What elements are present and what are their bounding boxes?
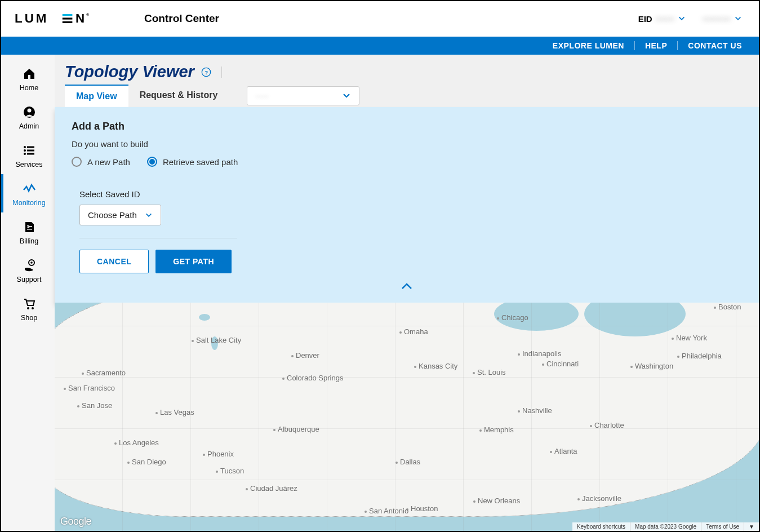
radio-label: Retrieve saved path (163, 157, 238, 167)
svg-text:N: N (75, 11, 87, 25)
sidebar-item-billing[interactable]: $ Billing (1, 212, 55, 251)
map[interactable]: BostonChicagoOmahaNew YorkSalt Lake City… (55, 303, 759, 531)
panel-heading: Add a Path (72, 121, 742, 132)
activity-icon (23, 182, 36, 196)
map-city-label: Boston (714, 303, 741, 311)
divider (79, 238, 237, 238)
map-city-label: Salt Lake City (192, 336, 241, 344)
content: Topology Viewer ? Map View Request & His… (55, 55, 759, 531)
eid-value: ········ (656, 14, 674, 24)
map-city-label: San Antonio (365, 507, 408, 515)
account-value: ······ (255, 91, 268, 100)
map-city-label: Cincinnati (542, 360, 579, 368)
radio-new-path[interactable]: A new Path (72, 157, 130, 167)
page-header: Topology Viewer ? Map View Request & His… (55, 55, 759, 107)
nav-contact[interactable]: CONTACT US (678, 41, 742, 50)
map-city-label: Sacramento (82, 369, 126, 377)
eid-label: EID (638, 14, 652, 24)
list-icon (23, 144, 36, 157)
user-selector[interactable]: ············ (703, 14, 742, 24)
nav-help[interactable]: HELP (635, 41, 678, 50)
collapse-panel[interactable] (72, 279, 742, 297)
map-city-label: Kansas City (414, 362, 457, 370)
radio-circle-icon (72, 157, 82, 167)
eid-selector[interactable]: EID ········ (638, 14, 686, 24)
map-city-label: San Jose (77, 401, 112, 410)
map-city-label: Omaha (399, 327, 428, 336)
chevron-down-icon (734, 15, 742, 23)
svg-rect-3 (63, 21, 73, 23)
svg-point-9 (24, 146, 26, 148)
map-city-label: Albuquerque (273, 425, 319, 433)
map-city-label: Houston (406, 504, 438, 513)
sidebar-item-support[interactable]: Support (1, 251, 55, 289)
user-name: ············ (703, 14, 731, 24)
radio-row: A new Path Retrieve saved path (72, 157, 742, 167)
map-city-label: Tucson (216, 467, 244, 475)
sidebar-item-home[interactable]: Home (1, 59, 55, 97)
map-footer: Keyboard shortcuts Map data ©2023 Google… (572, 522, 759, 531)
map-city-label: New York (672, 334, 707, 342)
header-left: LUM N R Control Center (15, 11, 219, 26)
cancel-button[interactable]: CANCEL (79, 250, 149, 273)
page-title: Topology Viewer (65, 63, 194, 81)
svg-rect-17 (27, 229, 32, 230)
lumen-logo[interactable]: LUM N R (15, 11, 105, 26)
svg-point-21 (32, 307, 34, 309)
chevron-down-icon (145, 211, 153, 219)
radio-label: A new Path (87, 157, 130, 167)
tab-map-view[interactable]: Map View (65, 85, 128, 107)
map-city-label: Dallas (395, 458, 420, 466)
select-value: Choose Path (88, 210, 137, 220)
svg-text:?: ? (205, 69, 208, 75)
map-city-label: Chicago (497, 313, 528, 322)
get-path-button[interactable]: GET PATH (155, 250, 232, 273)
tab-request-history[interactable]: Request & History (128, 85, 229, 107)
map-city-label: Philadelphia (677, 352, 722, 360)
sidebar-item-admin[interactable]: Admin (1, 97, 55, 136)
tabs: Map View Request & History (65, 85, 229, 107)
svg-rect-12 (27, 150, 34, 152)
map-city-label: Atlanta (550, 447, 577, 455)
sidebar-item-label: Services (16, 161, 43, 169)
sidebar-item-label: Shop (21, 314, 37, 322)
nav-explore[interactable]: EXPLORE LUMEN (543, 41, 635, 50)
svg-text:R: R (87, 14, 91, 16)
svg-point-11 (24, 149, 26, 152)
sidebar-item-services[interactable]: Services (1, 136, 55, 174)
user-circle-icon (23, 105, 36, 119)
svg-rect-14 (27, 153, 34, 155)
sidebar-item-label: Monitoring (12, 199, 45, 207)
sidebar: Home Admin Services Monitoring $ Billing… (1, 55, 55, 531)
select-label: Select Saved ID (79, 189, 742, 199)
map-terms[interactable]: Terms of Use (701, 522, 744, 531)
help-icon[interactable]: ? (201, 67, 211, 77)
support-icon (23, 259, 36, 272)
chevron-down-icon (342, 91, 351, 100)
map-city-label: Memphis (479, 425, 514, 434)
sidebar-item-label: Support (17, 276, 42, 283)
map-city-label: Washington (630, 362, 673, 370)
svg-rect-16 (29, 226, 32, 227)
map-shortcuts[interactable]: Keyboard shortcuts (572, 522, 630, 531)
map-city-label: St. Louis (473, 368, 506, 376)
radio-retrieve-saved[interactable]: Retrieve saved path (147, 157, 238, 167)
tabs-row: Map View Request & History ······ (65, 85, 759, 107)
sidebar-item-label: Admin (19, 122, 39, 130)
svg-rect-10 (27, 147, 34, 148)
map-data: Map data ©2023 Google (630, 522, 701, 531)
map-report[interactable]: ▼ (744, 522, 759, 531)
brand-text: Control Center (144, 12, 219, 25)
map-city-label: Charlotte (590, 421, 624, 429)
map-city-label: Los Angeles (114, 438, 159, 447)
header: LUM N R Control Center EID ········ ····… (1, 1, 759, 37)
sidebar-item-monitoring[interactable]: Monitoring (1, 174, 55, 212)
sidebar-item-shop[interactable]: Shop (1, 289, 55, 327)
svg-point-20 (27, 307, 29, 309)
radio-circle-icon (147, 157, 157, 167)
svg-point-19 (30, 261, 33, 264)
title-separator (221, 66, 222, 78)
select-saved-path[interactable]: Choose Path (79, 205, 161, 225)
home-icon (23, 67, 36, 81)
account-dropdown[interactable]: ······ (247, 86, 359, 105)
